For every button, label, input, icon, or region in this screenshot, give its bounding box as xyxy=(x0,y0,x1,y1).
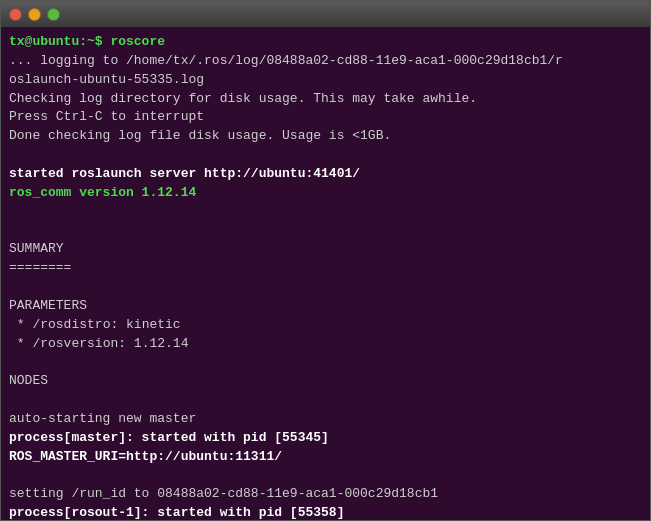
terminal-line xyxy=(9,391,642,410)
terminal-line: Press Ctrl-C to interrupt xyxy=(9,108,642,127)
terminal-line: process[rosout-1]: started with pid [553… xyxy=(9,504,642,520)
terminal-line: * /rosdistro: kinetic xyxy=(9,316,642,335)
terminal-line: PARAMETERS xyxy=(9,297,642,316)
terminal-line: ... logging to /home/tx/.ros/log/08488a0… xyxy=(9,52,642,71)
terminal-line: Done checking log file disk usage. Usage… xyxy=(9,127,642,146)
maximize-button[interactable] xyxy=(47,8,60,21)
terminal-line xyxy=(9,466,642,485)
terminal-line: process[master]: started with pid [55345… xyxy=(9,429,642,448)
terminal-line: * /rosversion: 1.12.14 xyxy=(9,335,642,354)
terminal-line xyxy=(9,146,642,165)
titlebar xyxy=(1,1,650,27)
close-button[interactable] xyxy=(9,8,22,21)
terminal-line: oslaunch-ubuntu-55335.log xyxy=(9,71,642,90)
terminal-output: tx@ubuntu:~$ roscore... logging to /home… xyxy=(9,33,642,520)
terminal-line xyxy=(9,221,642,240)
terminal-line: SUMMARY xyxy=(9,240,642,259)
terminal-line: NODES xyxy=(9,372,642,391)
terminal-body[interactable]: tx@ubuntu:~$ roscore... logging to /home… xyxy=(1,27,650,520)
terminal-line: auto-starting new master xyxy=(9,410,642,429)
terminal-line xyxy=(9,278,642,297)
terminal-window: tx@ubuntu:~$ roscore... logging to /home… xyxy=(0,0,651,521)
terminal-line xyxy=(9,203,642,222)
minimize-button[interactable] xyxy=(28,8,41,21)
terminal-line: ======== xyxy=(9,259,642,278)
terminal-line: started roslaunch server http://ubuntu:4… xyxy=(9,165,642,184)
terminal-line: ROS_MASTER_URI=http://ubuntu:11311/ xyxy=(9,448,642,467)
terminal-line xyxy=(9,353,642,372)
terminal-line: setting /run_id to 08488a02-cd88-11e9-ac… xyxy=(9,485,642,504)
terminal-line: Checking log directory for disk usage. T… xyxy=(9,90,642,109)
terminal-line: ros_comm version 1.12.14 xyxy=(9,184,642,203)
terminal-line: tx@ubuntu:~$ roscore xyxy=(9,33,642,52)
